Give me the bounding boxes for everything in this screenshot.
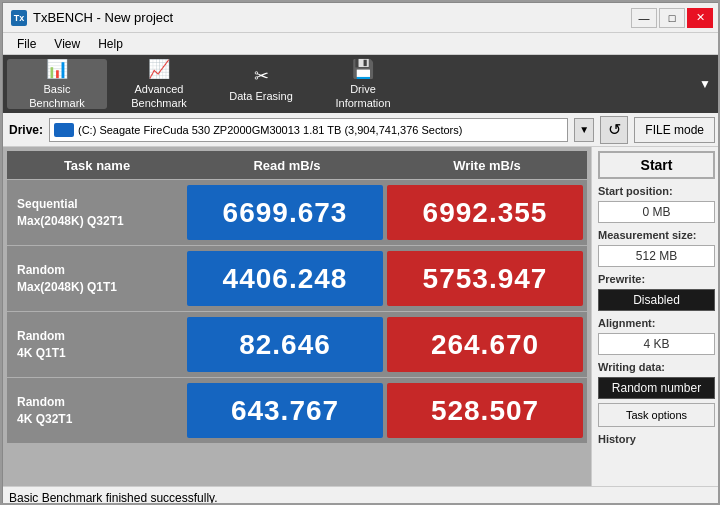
read-value-3: 643.767	[187, 383, 383, 438]
main-content: Task name Read mB/s Write mB/s Sequentia…	[3, 147, 720, 486]
restore-button[interactable]: □	[659, 8, 685, 28]
read-value-1: 4406.248	[187, 251, 383, 306]
advanced-benchmark-icon: 📈	[148, 58, 170, 80]
write-value-1: 5753.947	[387, 251, 583, 306]
basic-benchmark-label: BasicBenchmark	[29, 83, 85, 109]
data-erasing-label: Data Erasing	[229, 90, 293, 103]
read-value-0: 6699.673	[187, 185, 383, 240]
read-value-2: 82.646	[187, 317, 383, 372]
task-name-2: Random4K Q1T1	[11, 328, 183, 362]
drive-information-label: DriveInformation	[335, 83, 390, 109]
alignment-value: 4 KB	[598, 333, 715, 355]
file-mode-button[interactable]: FILE mode	[634, 117, 715, 143]
basic-benchmark-icon: 📊	[46, 58, 68, 80]
start-button[interactable]: Start	[598, 151, 715, 179]
benchmark-table: Task name Read mB/s Write mB/s Sequentia…	[3, 147, 591, 486]
drive-label: Drive:	[9, 123, 43, 137]
toolbar: 📊 BasicBenchmark 📈 AdvancedBenchmark ✂ D…	[3, 55, 720, 113]
data-erasing-icon: ✂	[254, 65, 269, 87]
table-header: Task name Read mB/s Write mB/s	[7, 151, 587, 179]
task-name-3: Random4K Q32T1	[11, 394, 183, 428]
start-position-label: Start position:	[598, 185, 715, 197]
prewrite-value: Disabled	[598, 289, 715, 311]
write-value-3: 528.507	[387, 383, 583, 438]
menu-help[interactable]: Help	[90, 35, 131, 53]
status-text: Basic Benchmark finished successfully.	[9, 491, 218, 505]
right-panel: Start Start position: 0 MB Measurement s…	[591, 147, 720, 486]
window-title: TxBENCH - New project	[33, 10, 173, 25]
drive-text: (C:) Seagate FireCuda 530 ZP2000GM30013 …	[78, 124, 563, 136]
write-value-0: 6992.355	[387, 185, 583, 240]
table-row: SequentialMax(2048K) Q32T1 6699.673 6992…	[7, 180, 587, 245]
prewrite-label: Prewrite:	[598, 273, 715, 285]
start-position-value: 0 MB	[598, 201, 715, 223]
task-name-1: RandomMax(2048K) Q1T1	[11, 262, 183, 296]
advanced-benchmark-label: AdvancedBenchmark	[131, 83, 187, 109]
alignment-label: Alignment:	[598, 317, 715, 329]
write-value-2: 264.670	[387, 317, 583, 372]
task-options-button[interactable]: Task options	[598, 403, 715, 427]
drive-dropdown-arrow[interactable]: ▼	[574, 118, 594, 142]
toolbar-advanced-benchmark[interactable]: 📈 AdvancedBenchmark	[109, 59, 209, 109]
table-row: RandomMax(2048K) Q1T1 4406.248 5753.947	[7, 246, 587, 311]
menu-view[interactable]: View	[46, 35, 88, 53]
drive-information-icon: 💾	[352, 58, 374, 80]
history-label: History	[598, 433, 715, 445]
drive-icon	[54, 123, 74, 137]
close-button[interactable]: ✕	[687, 8, 713, 28]
header-write: Write mB/s	[387, 151, 587, 179]
writing-data-label: Writing data:	[598, 361, 715, 373]
measurement-size-value: 512 MB	[598, 245, 715, 267]
table-row: Random4K Q1T1 82.646 264.670	[7, 312, 587, 377]
toolbar-basic-benchmark[interactable]: 📊 BasicBenchmark	[7, 59, 107, 109]
minimize-button[interactable]: —	[631, 8, 657, 28]
writing-data-value: Random number	[598, 377, 715, 399]
table-row: Random4K Q32T1 643.767 528.507	[7, 378, 587, 443]
toolbar-drive-information[interactable]: 💾 DriveInformation	[313, 59, 413, 109]
menu-bar: File View Help	[3, 33, 720, 55]
drive-refresh-button[interactable]: ↺	[600, 116, 628, 144]
toolbar-data-erasing[interactable]: ✂ Data Erasing	[211, 59, 311, 109]
toolbar-dropdown[interactable]: ▼	[693, 59, 717, 109]
header-task-name: Task name	[7, 151, 187, 179]
drive-bar: Drive: (C:) Seagate FireCuda 530 ZP2000G…	[3, 113, 720, 147]
app-icon: Tx	[11, 10, 27, 26]
menu-file[interactable]: File	[9, 35, 44, 53]
status-bar: Basic Benchmark finished successfully.	[3, 486, 720, 505]
task-name-0: SequentialMax(2048K) Q32T1	[11, 196, 183, 230]
measurement-size-label: Measurement size:	[598, 229, 715, 241]
title-bar: Tx TxBENCH - New project — □ ✕	[3, 3, 720, 33]
header-read: Read mB/s	[187, 151, 387, 179]
